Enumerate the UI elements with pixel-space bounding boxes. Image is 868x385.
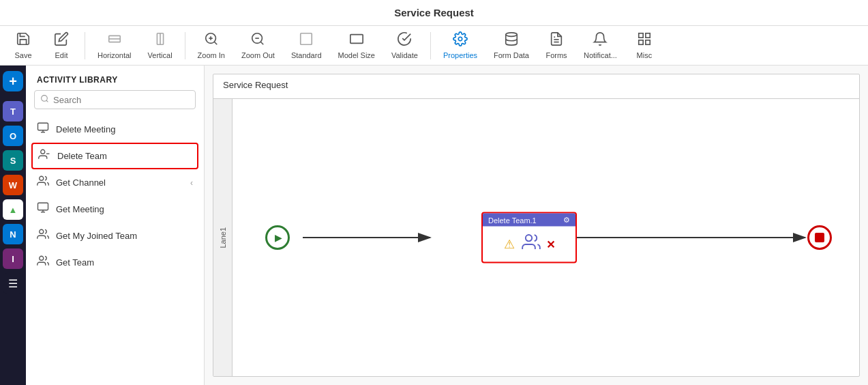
svg-rect-20 bbox=[639, 40, 643, 44]
play-icon: ▶ bbox=[275, 232, 282, 243]
canvas-area: Service Request Lane1 bbox=[205, 66, 868, 385]
toolbar-model-size[interactable]: Model Size bbox=[331, 29, 382, 62]
activity-node-settings-icon[interactable]: ⚙ bbox=[563, 216, 570, 225]
get-meeting-icon bbox=[37, 201, 49, 217]
sidebar-icon-office[interactable]: W bbox=[3, 175, 23, 195]
toolbar-validate[interactable]: Validate bbox=[385, 29, 425, 62]
activity-item-get-my-joined-team[interactable]: Get My Joined Team bbox=[26, 223, 204, 249]
get-channel-label: Get Channel bbox=[56, 177, 183, 188]
svg-rect-18 bbox=[646, 33, 650, 38]
page-title: Service Request bbox=[394, 7, 474, 18]
delete-x-icon: ✕ bbox=[546, 238, 555, 251]
toolbar-divider-3 bbox=[430, 32, 431, 59]
toolbar-save[interactable]: Save bbox=[5, 29, 41, 62]
zoom-in-icon bbox=[204, 31, 219, 50]
get-my-joined-team-label: Get My Joined Team bbox=[56, 231, 193, 241]
get-team-icon bbox=[37, 255, 49, 270]
form-data-label: Form Data bbox=[494, 51, 529, 59]
horizontal-icon bbox=[107, 31, 122, 50]
svg-rect-11 bbox=[301, 33, 312, 45]
toolbar-forms[interactable]: Forms bbox=[539, 29, 574, 62]
activity-library-title: ACTIVITY LIBRARY bbox=[26, 72, 204, 90]
svg-point-28 bbox=[40, 176, 44, 180]
standard-label: Standard bbox=[291, 51, 322, 59]
properties-icon bbox=[453, 31, 468, 50]
svg-point-37 bbox=[525, 235, 531, 241]
sidebar-icon-teams[interactable]: T bbox=[3, 101, 23, 122]
svg-rect-23 bbox=[38, 123, 48, 130]
edit-icon bbox=[54, 31, 69, 50]
activity-item-delete-meeting[interactable]: Delete Meeting bbox=[26, 116, 204, 143]
edit-label: Edit bbox=[55, 51, 68, 59]
sidebar-icon-outlook[interactable]: O bbox=[3, 126, 23, 146]
toolbar-notifications[interactable]: Notificat... bbox=[577, 29, 624, 62]
activity-item-get-meeting[interactable]: Get Meeting bbox=[26, 196, 204, 223]
svg-rect-12 bbox=[350, 35, 363, 44]
form-data-icon bbox=[504, 31, 519, 50]
search-icon bbox=[40, 94, 49, 105]
notification-icon bbox=[593, 31, 608, 50]
activity-node-delete-team[interactable]: Delete Team.1 ⚙ ⚠ bbox=[481, 212, 577, 263]
svg-line-5 bbox=[214, 42, 217, 44]
toolbar-misc[interactable]: Misc bbox=[627, 29, 662, 62]
sidebar-icon-sharepoint[interactable]: S bbox=[3, 150, 23, 171]
get-channel-icon bbox=[37, 175, 49, 190]
validate-label: Validate bbox=[391, 51, 418, 59]
zoom-out-icon bbox=[250, 31, 265, 50]
delete-team-icon bbox=[38, 148, 50, 164]
team-icon bbox=[520, 232, 542, 256]
forms-label: Forms bbox=[545, 51, 567, 59]
toolbar-divider-1 bbox=[85, 32, 85, 59]
flow-area: ▶ Delete Team.1 ⚙ ⚠ bbox=[233, 99, 859, 376]
validate-icon bbox=[397, 31, 412, 50]
toolbar-vertical[interactable]: Vertical bbox=[141, 29, 179, 62]
main-area: + T O S W ▲ N I ☰ ACTIVITY LIBRARY Delet… bbox=[0, 66, 868, 385]
forms-icon bbox=[549, 31, 564, 50]
get-my-joined-team-icon bbox=[37, 228, 49, 244]
activity-item-get-channel[interactable]: Get Channel ‹ bbox=[26, 169, 204, 196]
toolbar-zoom-in[interactable]: Zoom In bbox=[191, 29, 232, 62]
save-icon bbox=[16, 31, 31, 50]
activity-item-delete-team[interactable]: Delete Team bbox=[31, 143, 198, 169]
svg-rect-29 bbox=[38, 203, 48, 210]
start-node[interactable]: ▶ bbox=[265, 225, 290, 250]
vertical-icon bbox=[153, 31, 168, 50]
toolbar-zoom-out[interactable]: Zoom Out bbox=[235, 29, 282, 62]
get-channel-expand-icon[interactable]: ‹ bbox=[190, 178, 193, 188]
sidebar-icon-drive[interactable]: ▲ bbox=[3, 199, 23, 220]
model-size-icon bbox=[349, 31, 364, 50]
zoom-in-label: Zoom In bbox=[198, 51, 225, 59]
activity-node-label: Delete Team.1 bbox=[488, 216, 537, 224]
vertical-label: Vertical bbox=[148, 51, 173, 59]
toolbar-edit[interactable]: Edit bbox=[44, 29, 79, 62]
svg-point-13 bbox=[458, 37, 462, 41]
sidebar-add-button[interactable]: + bbox=[3, 71, 23, 91]
toolbar-properties[interactable]: Properties bbox=[436, 29, 484, 62]
toolbar-form-data[interactable]: Form Data bbox=[487, 29, 536, 62]
notifications-label: Notificat... bbox=[584, 51, 617, 59]
misc-icon bbox=[637, 31, 652, 50]
properties-label: Properties bbox=[443, 51, 477, 59]
svg-point-14 bbox=[506, 33, 518, 37]
lane-label: Lane1 bbox=[213, 99, 233, 376]
activity-item-get-team[interactable]: Get Team bbox=[26, 249, 204, 276]
sidebar-icon-notes[interactable]: N bbox=[3, 224, 23, 244]
svg-point-32 bbox=[40, 229, 44, 233]
icon-sidebar: + T O S W ▲ N I ☰ bbox=[0, 66, 26, 385]
search-input[interactable] bbox=[53, 95, 190, 105]
sidebar-icon-nav[interactable]: ☰ bbox=[3, 273, 23, 294]
toolbar-divider-2 bbox=[185, 32, 185, 59]
sidebar-icon-infopath[interactable]: I bbox=[3, 248, 23, 269]
delete-team-label: Delete Team bbox=[57, 151, 192, 161]
standard-icon bbox=[299, 31, 314, 50]
misc-label: Misc bbox=[637, 51, 653, 59]
toolbar-standard[interactable]: Standard bbox=[284, 29, 329, 62]
svg-line-22 bbox=[46, 100, 48, 102]
end-node[interactable] bbox=[807, 225, 832, 250]
get-meeting-label: Get Meeting bbox=[56, 204, 193, 214]
search-box[interactable] bbox=[34, 90, 196, 109]
activity-node-header: Delete Team.1 ⚙ bbox=[483, 214, 575, 227]
horizontal-label: Horizontal bbox=[98, 51, 132, 59]
svg-point-26 bbox=[41, 149, 45, 154]
toolbar-horizontal[interactable]: Horizontal bbox=[91, 29, 138, 62]
